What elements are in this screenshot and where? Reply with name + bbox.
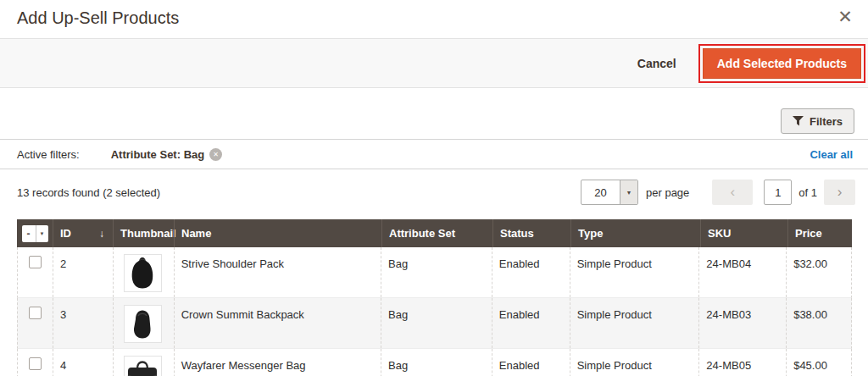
table-row[interactable]: 2 Strive Shoulder Pack Bag Enabled Simpl… xyxy=(17,247,852,298)
attribute-set-cell: Bag xyxy=(381,349,492,376)
sort-descending-icon: ↓ xyxy=(99,228,104,240)
highlight-annotation-box: Add Selected Products xyxy=(698,44,865,83)
active-filters-bar: Active filters: Attribute Set: Bag ✕ Cle… xyxy=(0,140,868,169)
add-upsell-products-modal: Add Up-Sell Products ✕ Cancel Add Select… xyxy=(0,0,868,376)
thumbnail-cell xyxy=(114,247,175,297)
cancel-button[interactable]: Cancel xyxy=(637,57,676,70)
add-selected-products-button[interactable]: Add Selected Products xyxy=(703,48,861,79)
per-page-value: 20 xyxy=(581,180,620,204)
action-toolbar: Cancel Add Selected Products xyxy=(0,38,868,88)
id-cell: 2 xyxy=(53,247,114,297)
clear-all-link[interactable]: Clear all xyxy=(810,148,853,161)
select-all-header-cell: - ▼ xyxy=(17,219,53,247)
attribute-set-cell: Bag xyxy=(381,247,492,297)
status-cell: Enabled xyxy=(492,349,570,376)
price-cell: $38.00 xyxy=(787,298,851,348)
table-row[interactable]: 4 Wayfarer Messenger Bag Bag Enabled Sim… xyxy=(17,349,852,376)
column-header-type[interactable]: Type xyxy=(570,219,700,247)
status-cell: Enabled xyxy=(492,298,570,348)
previous-page-button[interactable]: ‹ xyxy=(712,180,753,205)
filter-funnel-icon xyxy=(793,116,804,126)
close-icon[interactable]: ✕ xyxy=(831,3,860,30)
type-cell: Simple Product xyxy=(570,247,700,297)
page-number-input[interactable] xyxy=(764,180,792,205)
price-cell: $32.00 xyxy=(787,247,851,297)
page-title: Add Up-Sell Products xyxy=(17,8,179,28)
name-cell: Crown Summit Backpack xyxy=(175,298,381,348)
page-count-label: of 1 xyxy=(798,186,817,199)
crown-summit-backpack-thumbnail xyxy=(124,305,162,343)
id-cell: 4 xyxy=(53,349,114,376)
checkbox-cell xyxy=(18,349,53,376)
products-grid: - ▼ ID ↓ Thumbnail Name Attribute Set St… xyxy=(17,219,852,376)
price-cell: $45.00 xyxy=(787,349,851,376)
select-all-dropdown[interactable]: - ▼ xyxy=(22,225,48,242)
checkbox-cell xyxy=(18,247,53,297)
column-header-id[interactable]: ID ↓ xyxy=(53,219,113,247)
column-header-price[interactable]: Price xyxy=(787,219,852,247)
name-cell: Wayfarer Messenger Bag xyxy=(175,349,381,376)
thumbnail-cell xyxy=(114,349,175,376)
per-page-label: per page xyxy=(646,186,689,199)
active-filters-label: Active filters: xyxy=(17,148,80,161)
grid-header-row: - ▼ ID ↓ Thumbnail Name Attribute Set St… xyxy=(17,219,852,247)
indeterminate-dash-icon: - xyxy=(22,225,36,242)
name-cell: Strive Shoulder Pack xyxy=(175,247,381,297)
sku-cell: 24-MB05 xyxy=(699,349,787,376)
next-page-button[interactable]: › xyxy=(824,180,855,205)
attribute-set-cell: Bag xyxy=(381,298,492,348)
type-cell: Simple Product xyxy=(570,298,700,348)
chevron-down-icon: ▼ xyxy=(620,180,637,204)
remove-filter-icon[interactable]: ✕ xyxy=(209,148,222,161)
column-header-status[interactable]: Status xyxy=(492,219,570,247)
column-label: ID xyxy=(60,227,71,240)
row-checkbox[interactable] xyxy=(29,357,42,370)
row-checkbox[interactable] xyxy=(29,256,42,268)
type-cell: Simple Product xyxy=(570,349,700,376)
filter-chip-label: Attribute Set: Bag xyxy=(111,148,205,161)
per-page-select[interactable]: 20 ▼ xyxy=(581,180,638,205)
row-checkbox[interactable] xyxy=(29,307,42,319)
records-count: 13 records found (2 selected) xyxy=(17,186,160,199)
thumbnail-cell xyxy=(114,298,175,348)
column-header-name[interactable]: Name xyxy=(174,219,381,247)
strive-shoulder-pack-thumbnail xyxy=(124,254,162,292)
checkbox-cell xyxy=(18,298,53,348)
status-cell: Enabled xyxy=(492,247,570,297)
wayfarer-messenger-bag-thumbnail xyxy=(124,356,162,376)
column-header-thumbnail[interactable]: Thumbnail xyxy=(113,219,174,247)
pagination-controls: 20 ▼ per page ‹ of 1 › xyxy=(581,180,855,205)
sku-cell: 24-MB04 xyxy=(699,247,787,297)
sku-cell: 24-MB03 xyxy=(699,298,787,348)
column-header-attribute-set[interactable]: Attribute Set xyxy=(381,219,492,247)
filter-chip: Attribute Set: Bag ✕ xyxy=(111,148,223,161)
filters-button[interactable]: Filters xyxy=(781,108,854,134)
id-cell: 3 xyxy=(53,298,114,348)
chevron-down-icon: ▼ xyxy=(36,225,48,242)
column-header-sku[interactable]: SKU xyxy=(700,219,787,247)
table-row[interactable]: 3 Crown Summit Backpack Bag Enabled Simp… xyxy=(17,298,852,349)
filters-button-label: Filters xyxy=(810,115,843,128)
